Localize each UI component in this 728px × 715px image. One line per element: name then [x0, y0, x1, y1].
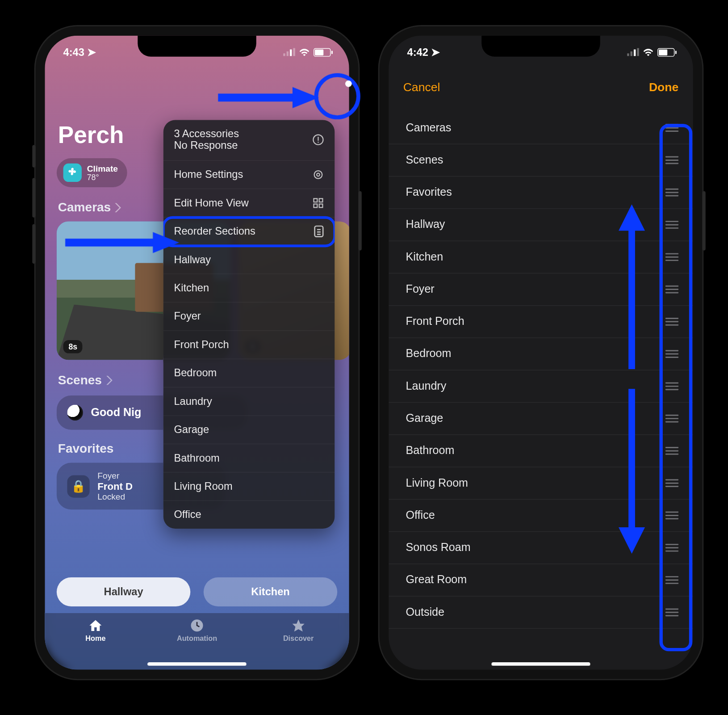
list-item[interactable]: Bedroom [389, 338, 693, 370]
list-item-label: Sonos Roam [406, 541, 471, 555]
climate-pill[interactable]: Climate 78° [57, 158, 127, 187]
menu-room[interactable]: Office [163, 501, 335, 529]
menu-edit-home-view[interactable]: Edit Home View [163, 189, 335, 217]
status-time: 4:43 ➤ [63, 46, 96, 59]
climate-temp: 78° [87, 173, 118, 181]
menu-room[interactable]: Hallway [163, 246, 335, 274]
list-item-label: Kitchen [406, 251, 443, 264]
drag-handle-icon[interactable] [665, 156, 679, 164]
drag-handle-icon[interactable] [665, 253, 679, 261]
cancel-button[interactable]: Cancel [403, 80, 440, 94]
list-item-label: Scenes [406, 154, 443, 167]
menu-room[interactable]: Bedroom [163, 359, 335, 387]
menu-room[interactable]: Kitchen [163, 274, 335, 302]
chevron-right-icon [106, 376, 113, 385]
list-icon [314, 225, 324, 237]
room-chip-hallway[interactable]: Hallway [57, 577, 190, 606]
list-item[interactable]: Kitchen [389, 241, 693, 273]
done-button[interactable]: Done [649, 80, 678, 94]
room-chip-kitchen[interactable]: Kitchen [204, 577, 337, 606]
cellular-icon [627, 48, 639, 56]
menu-home-settings[interactable]: Home Settings [163, 161, 335, 189]
location-arrow-icon: ➤ [87, 46, 96, 58]
wifi-icon [643, 48, 654, 56]
tab-discover[interactable]: Discover [248, 618, 349, 642]
list-item-label: Garage [406, 412, 443, 425]
screen-left: 4:43 ➤ Perch Climate 78° [45, 36, 349, 670]
wifi-icon [299, 48, 310, 56]
battery-icon [314, 48, 331, 56]
list-item[interactable]: Outside [389, 597, 693, 629]
drag-handle-icon[interactable] [665, 576, 679, 584]
list-item[interactable]: Scenes [389, 144, 693, 177]
moon-icon [67, 405, 83, 421]
list-item[interactable]: Cameras [389, 112, 693, 144]
list-item-label: Outside [406, 606, 444, 619]
list-item[interactable]: Sonos Roam [389, 532, 693, 564]
tab-automation[interactable]: Automation [146, 618, 247, 642]
cellular-icon [283, 48, 295, 56]
list-item-label: Office [406, 509, 435, 522]
list-item[interactable]: Bathroom [389, 435, 693, 467]
list-item-label: Foyer [406, 283, 435, 296]
list-item[interactable]: Foyer [389, 273, 693, 306]
svg-rect-1 [318, 137, 318, 141]
drag-handle-icon[interactable] [665, 383, 679, 391]
svg-point-4 [317, 173, 320, 176]
drag-handle-icon[interactable] [665, 415, 679, 423]
clock-icon [189, 618, 205, 633]
drag-handle-icon[interactable] [665, 512, 679, 520]
list-item-label: Bathroom [406, 444, 455, 458]
drag-handle-icon[interactable] [665, 318, 679, 326]
room-strip[interactable]: Hallway Kitchen [57, 577, 337, 606]
menu-room[interactable]: Living Room [163, 472, 335, 500]
drag-handle-icon[interactable] [665, 544, 679, 552]
status-indicators [283, 48, 331, 56]
chevron-right-icon [115, 203, 121, 212]
home-icon [88, 618, 103, 633]
svg-marker-14 [293, 619, 305, 631]
grid-icon [312, 197, 324, 209]
location-arrow-icon: ➤ [431, 46, 439, 58]
fan-icon [63, 164, 82, 182]
menu-room[interactable]: Garage [163, 416, 335, 444]
drag-handle-icon[interactable] [665, 124, 679, 132]
star-icon [290, 618, 306, 633]
menu-room[interactable]: Front Porch [163, 331, 335, 359]
reorder-list[interactable]: CamerasScenesFavoritesHallwayKitchenFoye… [389, 112, 693, 653]
drag-handle-icon[interactable] [665, 286, 679, 294]
list-item[interactable]: Hallway [389, 209, 693, 241]
svg-rect-2 [318, 142, 318, 143]
list-item[interactable]: Favorites [389, 177, 693, 209]
drag-handle-icon[interactable] [665, 350, 679, 358]
list-item[interactable]: Laundry [389, 370, 693, 403]
scene-label: Good Nig [91, 406, 142, 420]
phone-left: 4:43 ➤ Perch Climate 78° [36, 26, 359, 679]
screen-right: 4:42 ➤ Cancel Done CamerasScenesFavorite… [389, 36, 693, 670]
drag-handle-icon[interactable] [665, 221, 679, 229]
menu-status[interactable]: 3 Accessories No Response [163, 120, 335, 160]
menu-reorder-sections[interactable]: Reorder Sections [163, 217, 335, 245]
favorite-room: Foyer [97, 471, 133, 480]
list-item-label: Great Room [406, 573, 467, 587]
list-item[interactable]: Front Porch [389, 306, 693, 338]
drag-handle-icon[interactable] [665, 447, 679, 455]
menu-room[interactable]: Bathroom [163, 444, 335, 472]
menu-room[interactable]: Laundry [163, 387, 335, 416]
favorite-name: Front D [97, 480, 133, 492]
svg-rect-7 [314, 204, 317, 207]
drag-handle-icon[interactable] [665, 189, 679, 197]
drag-handle-icon[interactable] [665, 479, 679, 487]
list-item[interactable]: Living Room [389, 467, 693, 500]
battery-icon [657, 48, 674, 56]
phone-right: 4:42 ➤ Cancel Done CamerasScenesFavorite… [380, 26, 703, 679]
svg-rect-6 [319, 198, 323, 202]
menu-room[interactable]: Foyer [163, 303, 335, 331]
tab-home[interactable]: Home [45, 618, 146, 642]
drag-handle-icon[interactable] [665, 608, 679, 616]
list-item-label: Favorites [406, 186, 452, 199]
list-item[interactable]: Garage [389, 403, 693, 435]
reorder-navbar: Cancel Done [389, 68, 693, 105]
list-item[interactable]: Great Room [389, 564, 693, 597]
list-item[interactable]: Office [389, 500, 693, 532]
